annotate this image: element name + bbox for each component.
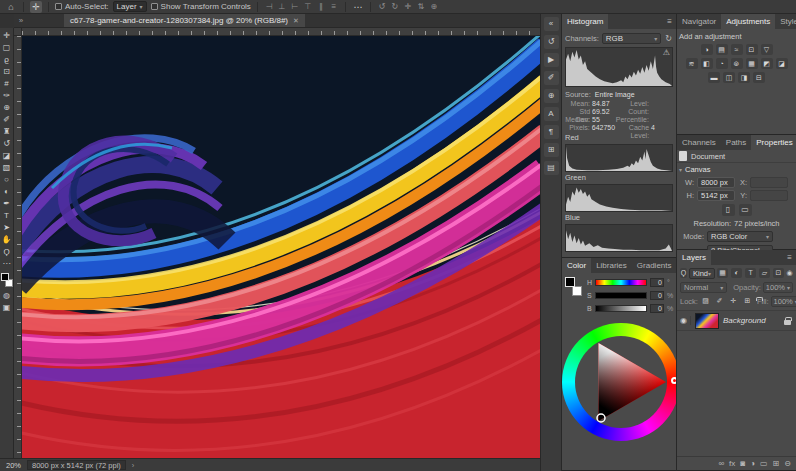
canvas-section-header[interactable]: ▾ Canvas (677, 164, 796, 175)
status-menu-chevron-icon[interactable]: › (132, 461, 135, 470)
screen-mode-icon[interactable]: ▣ (1, 302, 13, 314)
document-tab[interactable]: c67-78-gamer-and-creator-1280307384.jpg … (64, 14, 305, 27)
orientation-portrait-icon[interactable]: ▯ (722, 204, 735, 216)
rectangular-marquee-tool[interactable]: ▢ (1, 42, 13, 54)
color-balance-icon[interactable]: ◧ (701, 58, 713, 69)
selective-color-icon[interactable]: ⊟ (753, 72, 765, 83)
new-layer-icon[interactable]: ⊞ (773, 458, 780, 470)
orbit-3d-icon[interactable]: ↺ (377, 2, 387, 11)
auto-select-target-dropdown[interactable]: Layer ▾ (113, 1, 147, 12)
tab-paths[interactable]: Paths (721, 135, 751, 150)
collapse-toolbar-icon[interactable]: » (14, 14, 28, 27)
foreground-background-swatches[interactable] (1, 273, 13, 287)
paragraph-panel-icon[interactable]: ¶ (544, 125, 559, 139)
align-top-icon[interactable]: ⊤ (303, 2, 313, 11)
brightness-value-field[interactable]: 0 (650, 304, 664, 313)
threshold-icon[interactable]: ◫ (723, 72, 735, 83)
layer-visibility-eye-icon[interactable]: ◉ (677, 316, 691, 325)
eyedropper-tool[interactable]: ✑ (1, 90, 13, 102)
lock-position-icon[interactable]: ✛ (728, 296, 739, 306)
posterize-icon[interactable]: ▬ (708, 72, 720, 83)
curves-icon[interactable]: ≈ (731, 44, 743, 55)
brightness-contrast-icon[interactable]: ◑ (701, 44, 713, 55)
uncached-refresh-icon[interactable]: ↻ (664, 34, 673, 43)
tab-adjustments[interactable]: Adjustments (721, 14, 775, 29)
layer-row-background[interactable]: ◉ Background (677, 311, 796, 331)
tab-styles[interactable]: Styles (775, 14, 796, 29)
lasso-tool[interactable]: ϱ (1, 54, 13, 66)
close-tab-icon[interactable]: ✕ (293, 17, 299, 25)
black-white-icon[interactable]: ◔ (716, 58, 728, 69)
saturation-brightness-triangle[interactable] (576, 337, 666, 427)
panel-menu-icon[interactable]: ≡ (783, 250, 796, 265)
hue-slider[interactable] (595, 279, 647, 286)
pen-tool[interactable]: ✒ (1, 198, 13, 210)
layer-lock-icon[interactable] (784, 320, 791, 325)
align-right-icon[interactable]: ⊢ (290, 2, 300, 11)
saturation-value-field[interactable]: 0 (650, 291, 664, 300)
gradient-tool[interactable]: ▧ (1, 162, 13, 174)
layer-style-icon[interactable]: fx (729, 458, 735, 470)
photo-filter-icon[interactable]: ⊜ (731, 58, 743, 69)
path-selection-tool[interactable]: ➤ (1, 222, 13, 234)
hue-saturation-icon[interactable]: ≋ (686, 58, 698, 69)
spot-healing-brush-tool[interactable]: ⊕ (1, 102, 13, 114)
home-icon[interactable]: ⌂ (5, 1, 17, 13)
align-center-h-icon[interactable]: ⊥ (277, 2, 287, 11)
delete-layer-icon[interactable]: ⊖ (784, 458, 791, 470)
width-field[interactable]: 8000 px (697, 177, 735, 188)
layer-name[interactable]: Background (723, 316, 766, 325)
link-layers-icon[interactable]: ∞ (718, 458, 724, 470)
history-brush-tool[interactable]: ↺ (1, 138, 13, 150)
histogram-channel-dropdown[interactable]: RGB ▾ (602, 33, 662, 44)
eraser-tool[interactable]: ◪ (1, 150, 13, 162)
type-tool[interactable]: T (1, 210, 13, 222)
lock-artboard-icon[interactable]: ⊞ (742, 296, 753, 306)
tab-navigator[interactable]: Navigator (677, 14, 721, 29)
color-wheel[interactable] (562, 323, 680, 441)
filter-toggle-icon[interactable]: ◉ (786, 268, 793, 278)
clone-stamp-tool[interactable]: ♜ (1, 126, 13, 138)
scale-3d-icon[interactable]: ⊕ (429, 2, 439, 11)
blend-mode-dropdown[interactable]: Normal ▾ (680, 282, 727, 293)
invert-icon[interactable]: ◪ (776, 58, 788, 69)
canvas-area[interactable] (14, 28, 540, 458)
opacity-field[interactable]: 100% ▾ (763, 282, 793, 293)
hue-value-field[interactable]: 0 (650, 278, 664, 287)
more-options-icon[interactable]: ⋯ (352, 1, 364, 13)
brightness-slider[interactable] (595, 305, 647, 312)
tab-layers[interactable]: Layers (677, 250, 711, 265)
saturation-slider[interactable] (595, 292, 647, 299)
cached-data-warning-icon[interactable]: ⚠ (663, 49, 670, 57)
edit-toolbar-icon[interactable]: ⋯ (1, 258, 13, 270)
filter-adjustment-layers-icon[interactable]: ◐ (731, 268, 742, 278)
vibrance-icon[interactable]: ▽ (761, 44, 773, 55)
quick-mask-icon[interactable]: ◍ (1, 290, 13, 302)
actions-panel-icon[interactable]: ▶ (544, 53, 559, 67)
move-tool[interactable]: ✛ (1, 30, 13, 42)
tab-properties[interactable]: Properties (751, 135, 796, 150)
gradient-map-icon[interactable]: ◨ (738, 72, 750, 83)
color-mode-dropdown[interactable]: RGB Color ▾ (707, 231, 773, 242)
auto-select-checkbox[interactable]: Auto-Select: (55, 2, 109, 11)
brush-settings-panel-icon[interactable]: ✐ (544, 71, 559, 85)
height-field[interactable]: 5142 px (697, 190, 735, 201)
clone-source-panel-icon[interactable]: ⊕ (544, 89, 559, 103)
dodge-tool[interactable]: ◐ (1, 186, 13, 198)
new-adjustment-layer-icon[interactable]: ◑ (750, 458, 755, 470)
orientation-landscape-icon[interactable]: ▭ (739, 204, 752, 216)
add-layer-mask-icon[interactable]: ◙ (740, 458, 745, 470)
panel-menu-icon[interactable]: ≡ (663, 14, 676, 29)
tab-histogram[interactable]: Histogram (562, 14, 608, 29)
lock-pixels-icon[interactable]: ✐ (714, 296, 725, 306)
object-selection-tool[interactable]: ⊡ (1, 66, 13, 78)
source-value[interactable]: Entire Image (595, 91, 635, 98)
show-transform-checkbox[interactable]: Show Transform Controls (151, 2, 251, 11)
filter-pixel-layers-icon[interactable]: ▦ (717, 268, 728, 278)
blur-tool[interactable]: ○ (1, 174, 13, 186)
fill-field[interactable]: 100% ▾ (771, 296, 796, 307)
background-color-swatch[interactable] (572, 286, 582, 296)
levels-icon[interactable]: ▤ (716, 44, 728, 55)
tab-gradients[interactable]: Gradients (632, 258, 676, 273)
move-tool-preset-icon[interactable]: ✛ (30, 1, 42, 13)
